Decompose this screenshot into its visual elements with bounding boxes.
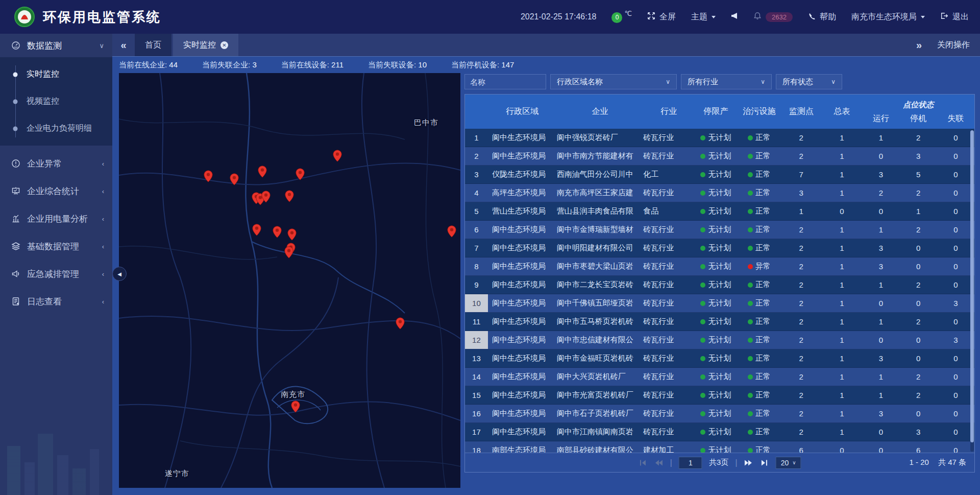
speaker-icon: [731, 12, 738, 21]
page-size-select[interactable]: 20 ∨: [776, 457, 801, 469]
cell-running-count: 3: [862, 262, 899, 271]
logout-button[interactable]: 退出: [940, 12, 969, 22]
table-row[interactable]: 13阆中生态环境局阆中市金福旺页岩机砖砖瓦行业无计划正常21300: [465, 349, 974, 368]
notifications[interactable]: 2632: [753, 12, 793, 22]
map-marker-pin[interactable]: [333, 150, 342, 162]
table-row[interactable]: 8阆中生态环境局阆中市枣碧大梁山页岩砖瓦行业无计划异常21300: [465, 257, 974, 276]
fullscreen-button[interactable]: 全屏: [647, 12, 676, 22]
tabs-scroll-left-button[interactable]: «: [112, 34, 135, 56]
map-marker-pin[interactable]: [287, 228, 297, 241]
table-row[interactable]: 17阆中生态环境局阆中市江南镇阆南页岩砖瓦行业无计划正常21030: [465, 423, 974, 441]
industry-filter-select[interactable]: 所有行业 ∨: [681, 74, 772, 89]
row-number: 11: [465, 313, 488, 331]
scrollbar-thumb[interactable]: [970, 130, 974, 442]
cell-facility-status: 正常: [738, 243, 781, 253]
tab-label: 实时监控: [183, 40, 216, 51]
map-marker-pin[interactable]: [396, 317, 405, 329]
map-marker-pin[interactable]: [285, 190, 294, 202]
stat-item: 当前停机设备: 147: [451, 60, 514, 70]
status-dot-green: [700, 135, 705, 140]
sidebar-subitem-label: 实时监控: [27, 69, 59, 80]
map-panel[interactable]: 巴中市南充市遂宁市 ◀: [119, 73, 460, 488]
map-marker-pin[interactable]: [284, 246, 293, 258]
table-row[interactable]: 12阆中生态环境局阆中市忠信建材有限公砖瓦行业无计划正常21003: [465, 331, 974, 349]
tab-实时监控[interactable]: 实时监控✕: [173, 34, 238, 56]
limit-status-text: 无计划: [708, 298, 731, 308]
cell-company: 阆中市忠信建材有限公: [557, 335, 644, 345]
map-marker-pin[interactable]: [296, 168, 305, 180]
cell-lost-count: 0: [937, 354, 974, 363]
map-marker-pin[interactable]: [291, 400, 300, 413]
sidebar-item-企业异常[interactable]: 企业异常‹: [0, 150, 112, 177]
limit-status-text: 无计划: [708, 133, 731, 143]
map-marker-pin[interactable]: [252, 224, 261, 236]
sidebar-item-日志查看[interactable]: 日志查看‹: [0, 288, 112, 315]
sidebar-item-数据监测[interactable]: 数据监测∨: [0, 34, 112, 57]
name-filter-input[interactable]: [464, 74, 546, 89]
notification-count-badge: 2632: [766, 12, 793, 22]
map-marker-pin[interactable]: [258, 166, 267, 178]
table-row[interactable]: 16阆中生态环境局阆中市石子页岩机砖厂砖瓦行业无计划正常21300: [465, 405, 974, 423]
stat-value: 10: [418, 60, 427, 69]
table-row[interactable]: 3仪陇生态环境局西南油气田分公司川中化工无计划正常71350: [465, 166, 974, 184]
sidebar-item-应急减排管理[interactable]: 应急减排管理‹: [0, 260, 112, 288]
pagination-divider: |: [735, 458, 737, 468]
cell-running-count: 1: [862, 225, 899, 234]
cell-company: 阆中市南方节能建材有: [557, 151, 644, 161]
table-row[interactable]: 2阆中生态环境局阆中市南方节能建材有砖瓦行业无计划正常21030: [465, 147, 974, 166]
cell-industry: 砖瓦行业: [643, 427, 694, 437]
cell-meter-count: 1: [822, 409, 863, 418]
table-row[interactable]: 4高坪生态环境局南充市高坪区王家店建砖瓦行业无计划正常31220: [465, 184, 974, 202]
map-marker-pin[interactable]: [230, 173, 239, 185]
map-collapse-button[interactable]: ◀: [112, 267, 127, 281]
sidebar-item-企业综合统计[interactable]: 企业综合统计‹: [0, 177, 112, 205]
first-page-button[interactable]: [638, 458, 647, 467]
next-page-button[interactable]: [744, 458, 753, 467]
map-marker-pin[interactable]: [273, 226, 282, 238]
mute-button[interactable]: [731, 12, 738, 21]
region-filter-select[interactable]: 行政区域名称 ∨: [550, 74, 677, 89]
table-row[interactable]: 6阆中生态环境局阆中市金博瑞新型墙材砖瓦行业无计划正常21120: [465, 221, 974, 239]
fullscreen-label: 全屏: [659, 12, 676, 22]
table-row[interactable]: 18南部生态环境局南部县砂砖建材有限公建材加工无计划正常60060: [465, 441, 974, 453]
sidebar-item-基础数据管理[interactable]: 基础数据管理‹: [0, 232, 112, 260]
page-number-input[interactable]: [679, 457, 702, 469]
prev-page-button[interactable]: [654, 458, 663, 467]
cell-monitor-count: 2: [781, 133, 822, 142]
chevron-down-icon: ∨: [792, 460, 796, 465]
close-operations-menu[interactable]: 关闭操作: [937, 40, 970, 51]
table-row[interactable]: 1阆中生态环境局阆中强锐页岩砖厂砖瓦行业无计划正常21120: [465, 129, 974, 147]
org-dropdown[interactable]: 南充市生态环境局: [851, 12, 925, 22]
sidebar-subitem-视频监控[interactable]: 视频监控: [0, 88, 112, 115]
tab-首页[interactable]: 首页: [135, 34, 172, 56]
status-filter-select[interactable]: 所有状态 ∨: [776, 74, 842, 89]
main-content: 巴中市南充市遂宁市 ◀ 行政区域名称 ∨ 所有行业 ∨ 所有状态 ∨: [112, 73, 980, 495]
tabs-scroll-right-button[interactable]: »: [916, 39, 922, 51]
table-row[interactable]: 14阆中生态环境局阆中大兴页岩机砖厂砖瓦行业无计划正常21120: [465, 368, 974, 386]
cell-limit-status: 无计划: [694, 298, 738, 308]
chevron-down-icon: [921, 16, 925, 18]
table-row[interactable]: 11阆中生态环境局阆中市五马桥页岩机砖砖瓦行业无计划正常21120: [465, 313, 974, 331]
cell-stopped-count: 2: [900, 188, 937, 197]
theme-dropdown[interactable]: 主题: [691, 12, 716, 22]
map-marker-pin[interactable]: [447, 225, 456, 238]
sidebar-item-企业用电量分析[interactable]: 企业用电量分析‹: [0, 205, 112, 232]
map-marker-pin[interactable]: [204, 170, 213, 182]
help-button[interactable]: 帮助: [808, 12, 836, 22]
sidebar-subitem-实时监控[interactable]: 实时监控: [0, 61, 112, 88]
table-row[interactable]: 10阆中生态环境局阆中千佛镇五郎垭页岩砖瓦行业无计划正常21003: [465, 294, 974, 313]
map-marker-pin[interactable]: [261, 191, 271, 203]
table-row[interactable]: 7阆中生态环境局阆中明阳建材有限公司砖瓦行业无计划正常21300: [465, 239, 974, 257]
limit-status-text: 无计划: [708, 225, 731, 234]
row-number: 9: [465, 276, 488, 294]
tab-close-icon[interactable]: ✕: [220, 41, 228, 49]
cell-region: 阆中生态环境局: [488, 427, 557, 437]
table-row[interactable]: 9阆中生态环境局阆中市二龙长宝页岩砖砖瓦行业无计划正常21120: [465, 276, 974, 294]
row-number: 15: [465, 386, 488, 404]
chevron-down-icon: ∨: [666, 78, 670, 85]
table-row[interactable]: 5营山生态环境局营山县润丰肉食品有限食品无计划正常10010: [465, 202, 974, 221]
sidebar-subitem-企业电力负荷明细[interactable]: 企业电力负荷明细: [0, 115, 112, 142]
table-row[interactable]: 15阆中生态环境局阆中市光富页岩机砖厂砖瓦行业无计划正常21120: [465, 386, 974, 405]
last-page-button[interactable]: [760, 458, 769, 467]
cell-limit-status: 无计划: [694, 409, 738, 418]
